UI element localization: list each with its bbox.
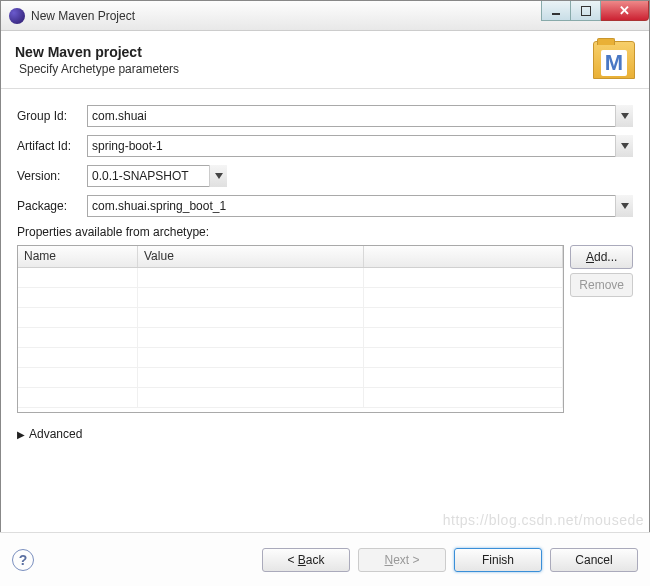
maven-letter: M xyxy=(601,50,627,76)
window-controls: ✕ xyxy=(541,1,649,21)
next-button: Next > xyxy=(358,548,446,572)
row-package: Package: xyxy=(17,195,633,217)
row-version: Version: xyxy=(17,165,633,187)
package-input[interactable] xyxy=(87,195,633,217)
maximize-button[interactable] xyxy=(571,1,601,21)
table-row[interactable] xyxy=(18,308,563,328)
package-label: Package: xyxy=(17,199,87,213)
help-button[interactable]: ? xyxy=(12,549,34,571)
finish-button[interactable]: Finish xyxy=(454,548,542,572)
row-group-id: Group Id: xyxy=(17,105,633,127)
group-id-label: Group Id: xyxy=(17,109,87,123)
row-artifact-id: Artifact Id: xyxy=(17,135,633,157)
group-id-input[interactable] xyxy=(87,105,633,127)
minimize-button[interactable] xyxy=(541,1,571,21)
footer-buttons: < Back Next > Finish Cancel xyxy=(262,548,638,572)
properties-area: Name Value Add... Remove xyxy=(17,245,633,413)
close-button[interactable]: ✕ xyxy=(601,1,649,21)
add-button[interactable]: Add... xyxy=(570,245,633,269)
wizard-content: Group Id: Artifact Id: Version: Package:… xyxy=(1,89,649,457)
table-row[interactable] xyxy=(18,388,563,408)
version-input[interactable] xyxy=(87,165,227,187)
triangle-right-icon: ▶ xyxy=(17,429,25,440)
properties-buttons: Add... Remove xyxy=(570,245,633,413)
table-row[interactable] xyxy=(18,328,563,348)
remove-button: Remove xyxy=(570,273,633,297)
back-button[interactable]: < Back xyxy=(262,548,350,572)
wizard-footer: ? < Back Next > Finish Cancel xyxy=(0,532,650,586)
column-value[interactable]: Value xyxy=(138,246,364,267)
properties-table[interactable]: Name Value xyxy=(17,245,564,413)
artifact-id-input[interactable] xyxy=(87,135,633,157)
table-header: Name Value xyxy=(18,246,563,268)
cancel-button[interactable]: Cancel xyxy=(550,548,638,572)
window-titlebar: New Maven Project ✕ xyxy=(1,1,649,31)
close-icon: ✕ xyxy=(619,3,630,18)
column-name[interactable]: Name xyxy=(18,246,138,267)
table-row[interactable] xyxy=(18,288,563,308)
maven-folder-icon: M xyxy=(593,41,635,79)
wizard-banner: New Maven project Specify Archetype para… xyxy=(1,31,649,89)
eclipse-icon xyxy=(9,8,25,24)
table-row[interactable] xyxy=(18,268,563,288)
window-title: New Maven Project xyxy=(31,9,135,23)
watermark-text: https://blog.csdn.net/mousede xyxy=(443,512,644,528)
banner-heading: New Maven project xyxy=(15,44,179,60)
table-body xyxy=(18,268,563,413)
banner-subheading: Specify Archetype parameters xyxy=(15,62,179,76)
column-spacer xyxy=(364,246,563,267)
advanced-label: Advanced xyxy=(29,427,82,441)
artifact-id-label: Artifact Id: xyxy=(17,139,87,153)
advanced-toggle[interactable]: ▶ Advanced xyxy=(17,427,633,441)
table-row[interactable] xyxy=(18,348,563,368)
version-label: Version: xyxy=(17,169,87,183)
properties-heading: Properties available from archetype: xyxy=(17,225,633,239)
table-row[interactable] xyxy=(18,368,563,388)
